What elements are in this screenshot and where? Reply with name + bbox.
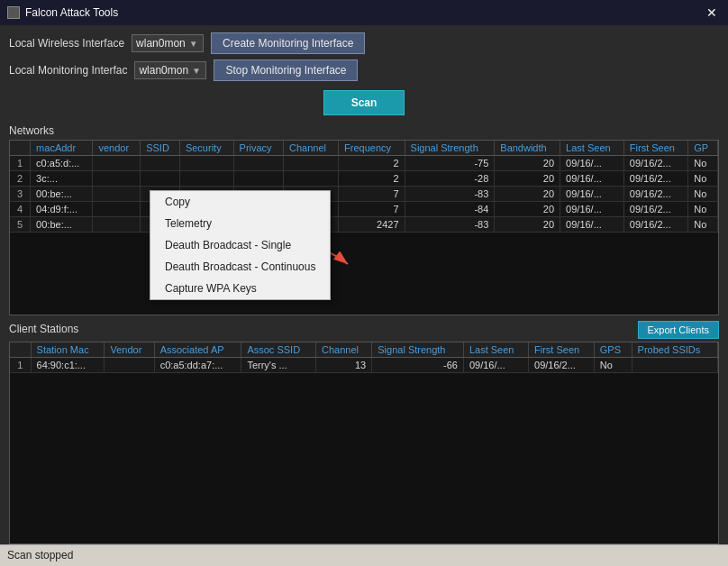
scan-button[interactable]: Scan bbox=[323, 90, 405, 115]
status-bar: Scan stopped bbox=[0, 544, 728, 566]
row-station-mac: 64:90:c1:... bbox=[31, 358, 105, 373]
row-macaddr: c0:a5:d:... bbox=[31, 156, 93, 171]
row-bandwidth: 20 bbox=[495, 187, 560, 202]
col-gp[interactable]: GP bbox=[688, 141, 718, 156]
networks-header-row: macAddr vendor SSID Security Privacy Cha… bbox=[10, 141, 718, 156]
title-bar-title: Falcon Attack Tools bbox=[25, 6, 118, 19]
context-menu-item[interactable]: Deauth Broadcast - Single bbox=[150, 234, 330, 256]
row-num: 4 bbox=[10, 202, 31, 217]
client-tbody: 1 64:90:c1:... c0:a5:dd:a7:... Terry's .… bbox=[10, 358, 718, 373]
row-macaddr: 00:be:... bbox=[31, 187, 93, 202]
client-col-probed[interactable]: Probed SSIDs bbox=[632, 342, 717, 358]
col-macaddr[interactable]: macAddr bbox=[31, 141, 93, 156]
client-col-ssid[interactable]: Assoc SSID bbox=[241, 342, 316, 358]
client-table-container[interactable]: Station Mac Vendor Associated AP Assoc S… bbox=[9, 342, 719, 544]
stop-monitoring-button[interactable]: Stop Monitoring Interface bbox=[214, 59, 358, 81]
close-button[interactable]: ✕ bbox=[703, 5, 721, 20]
context-menu-item[interactable]: Telemetry bbox=[150, 213, 330, 234]
row-signal: -84 bbox=[405, 202, 495, 217]
client-col-firstseen[interactable]: First Seen bbox=[529, 342, 595, 358]
row-signal: -83 bbox=[405, 187, 495, 202]
client-col-station[interactable]: Station Mac bbox=[31, 342, 105, 358]
monitoring-dropdown-arrow: ▼ bbox=[192, 66, 201, 76]
row-signal: -83 bbox=[405, 217, 495, 233]
col-lastseen[interactable]: Last Seen bbox=[560, 141, 624, 156]
row-vendor bbox=[93, 187, 141, 202]
row-security bbox=[179, 156, 233, 171]
monitoring-label: Local Monitoring Interfac bbox=[9, 64, 127, 77]
row-probed bbox=[632, 358, 717, 373]
table-row[interactable]: 1 64:90:c1:... c0:a5:dd:a7:... Terry's .… bbox=[10, 358, 718, 373]
col-vendor[interactable]: vendor bbox=[93, 141, 141, 156]
app-icon bbox=[7, 6, 20, 19]
row-channel bbox=[284, 171, 339, 187]
wireless-dropdown-arrow: ▼ bbox=[189, 39, 198, 49]
client-col-signal[interactable]: Signal Strength bbox=[372, 342, 464, 358]
row-bandwidth: 20 bbox=[495, 171, 560, 187]
row-lastseen: 09/16/... bbox=[560, 156, 624, 171]
row-num: 1 bbox=[10, 156, 31, 171]
scan-btn-row: Scan bbox=[9, 87, 719, 119]
table-row[interactable]: 1 c0:a5:d:... 2 -75 20 09/16/... 09/16/2… bbox=[10, 156, 718, 171]
col-frequency[interactable]: Frequency bbox=[339, 141, 405, 156]
monitoring-dropdown[interactable]: wlan0mon ▼ bbox=[134, 61, 206, 79]
client-col-lastseen[interactable]: Last Seen bbox=[463, 342, 528, 358]
networks-table-container[interactable]: macAddr vendor SSID Security Privacy Cha… bbox=[9, 140, 719, 315]
client-header-row: Station Mac Vendor Associated AP Assoc S… bbox=[10, 342, 718, 358]
networks-tbody: 1 c0:a5:d:... 2 -75 20 09/16/... 09/16/2… bbox=[10, 156, 718, 233]
wireless-dropdown[interactable]: wlan0mon ▼ bbox=[132, 34, 204, 52]
networks-section: Networks macAddr vendor SSID Security Pr… bbox=[9, 124, 719, 315]
wireless-label: Local Wireless Interface bbox=[9, 37, 124, 50]
main-content: Local Wireless Interface wlan0mon ▼ Crea… bbox=[0, 25, 728, 544]
row-num: 2 bbox=[10, 171, 31, 187]
col-firstseen[interactable]: First Seen bbox=[623, 141, 687, 156]
col-channel[interactable]: Channel bbox=[284, 141, 339, 156]
client-col-channel[interactable]: Channel bbox=[316, 342, 372, 358]
row-gp: No bbox=[688, 171, 718, 187]
table-row[interactable]: 2 3c:... 2 -28 20 09/16/... 09/16/2... N… bbox=[10, 171, 718, 187]
client-col-ap[interactable]: Associated AP bbox=[154, 342, 241, 358]
status-text: Scan stopped bbox=[7, 549, 73, 561]
row-ssid bbox=[141, 171, 180, 187]
title-bar-left: Falcon Attack Tools bbox=[7, 6, 118, 19]
row-ssid bbox=[141, 156, 180, 171]
col-ssid[interactable]: SSID bbox=[141, 141, 180, 156]
row-gp: No bbox=[688, 217, 718, 233]
row-lastseen: 09/16/... bbox=[560, 217, 624, 233]
col-signal[interactable]: Signal Strength bbox=[405, 141, 495, 156]
client-col-gps[interactable]: GPS bbox=[594, 342, 632, 358]
table-row[interactable]: 5 00:be:... Open 4 2427 -83 20 09/16/...… bbox=[10, 217, 718, 233]
context-menu-item[interactable]: Deauth Broadcast - Continuous bbox=[150, 256, 330, 278]
row-vendor bbox=[93, 202, 141, 217]
row-bandwidth: 20 bbox=[495, 217, 560, 233]
row-firstseen: 09/16/2... bbox=[529, 358, 595, 373]
table-row[interactable]: 4 04:d9:f:... 7 -84 20 09/16/... 09/16/2… bbox=[10, 202, 718, 217]
row-frequency: 2 bbox=[339, 156, 405, 171]
row-vendor bbox=[93, 156, 141, 171]
export-clients-button[interactable]: Export Clients bbox=[638, 321, 719, 339]
row-privacy bbox=[233, 156, 283, 171]
col-bandwidth[interactable]: Bandwidth bbox=[495, 141, 560, 156]
row-ssid: Terry's ... bbox=[241, 358, 316, 373]
create-monitoring-button[interactable]: Create Monitoring Interface bbox=[211, 32, 365, 54]
row-channel bbox=[284, 156, 339, 171]
monitoring-interface-row: Local Monitoring Interfac wlan0mon ▼ Sto… bbox=[9, 59, 719, 81]
wireless-interface-row: Local Wireless Interface wlan0mon ▼ Crea… bbox=[9, 32, 719, 54]
title-bar: Falcon Attack Tools ✕ bbox=[0, 0, 728, 25]
context-menu-item[interactable]: Copy bbox=[150, 191, 330, 213]
table-row[interactable]: 3 00:be:... 7 -83 20 09/16/... 09/16/2..… bbox=[10, 187, 718, 202]
row-frequency: 7 bbox=[339, 187, 405, 202]
row-signal: -75 bbox=[405, 156, 495, 171]
row-security bbox=[179, 171, 233, 187]
row-lastseen: 09/16/... bbox=[560, 187, 624, 202]
col-privacy[interactable]: Privacy bbox=[233, 141, 283, 156]
row-firstseen: 09/16/2... bbox=[623, 156, 687, 171]
client-col-vendor[interactable]: Vendor bbox=[105, 342, 154, 358]
row-bandwidth: 20 bbox=[495, 202, 560, 217]
row-lastseen: 09/16/... bbox=[560, 171, 624, 187]
col-security[interactable]: Security bbox=[179, 141, 233, 156]
row-gp: No bbox=[688, 156, 718, 171]
context-menu-item[interactable]: Capture WPA Keys bbox=[150, 278, 330, 299]
row-vendor bbox=[93, 171, 141, 187]
row-frequency: 2427 bbox=[339, 217, 405, 233]
